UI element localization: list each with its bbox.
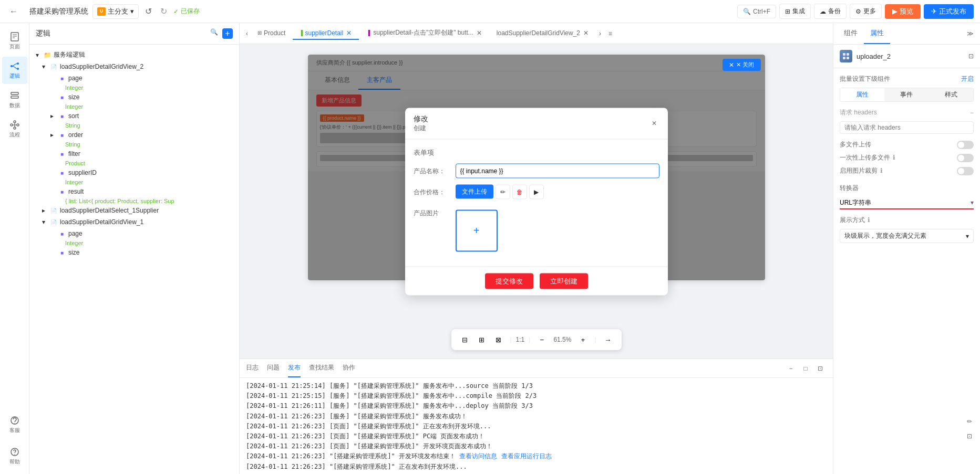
attr-tab[interactable]: 属性 [864, 23, 890, 44]
tab-next-button[interactable]: › [597, 28, 603, 39]
right-edit-button[interactable]: ✏ [963, 415, 976, 428]
tree-item-sort[interactable]: ▸ ■ sort [29, 110, 239, 122]
backup-button[interactable]: ☁ 备份 [814, 4, 847, 19]
tab-close-button[interactable]: ✕ [345, 29, 353, 37]
expand-icon[interactable]: ▸ [48, 112, 56, 120]
publish-button[interactable]: ✈ 正式发布 [924, 4, 974, 19]
tab-product[interactable]: ⊞ Product [251, 27, 292, 40]
sidebar-item-flow[interactable]: 流程 [2, 115, 27, 143]
copy-button[interactable]: ⊟ [457, 332, 472, 347]
branch-name: 主分支 [108, 7, 128, 16]
bottom-panel: 日志 问题 发布 查找结果 协作 − □ ⊡ [2024-01-11 21:25… [240, 359, 833, 474]
modal-body: 表单项 产品名称： 合作价格： [405, 139, 668, 266]
tree-item-page2[interactable]: ■ page [29, 228, 239, 239]
tree-item-size[interactable]: ■ size [29, 91, 239, 103]
tree-item-select1[interactable]: ▸ 📄 loadSupplierDetailSelect_1Supplier [29, 205, 239, 216]
modal-close-button[interactable]: ✕ [649, 118, 659, 129]
request-headers-input[interactable] [840, 121, 974, 134]
expand-collapse-button[interactable]: ⊡ [968, 52, 974, 60]
delete-icon-button[interactable]: 🗑 [512, 184, 527, 199]
bottom-tab-find[interactable]: 查找结果 [309, 359, 334, 377]
edit-icon-button[interactable]: ✏ [496, 184, 510, 199]
tab-more-button[interactable]: ≡ [604, 28, 616, 39]
tree-item-server-logic[interactable]: ▾ 📁 服务端逻辑 [29, 49, 239, 61]
maximize-button[interactable]: ⊡ [814, 362, 827, 375]
logic-panel-header: 逻辑 🔍 + [29, 23, 239, 45]
submit-button[interactable]: 提交修改 [485, 273, 533, 289]
tree-item-order[interactable]: ▸ ■ order [29, 129, 239, 141]
tree-item-filter[interactable]: ■ filter [29, 148, 239, 160]
back-button[interactable]: ← [6, 4, 21, 19]
close-popup-button[interactable]: ✕ ✕ 关闭 [723, 59, 760, 71]
create-button[interactable]: 立即创建 [540, 273, 588, 289]
sidebar-item-help[interactable]: 帮助 [2, 443, 27, 470]
sidebar-item-page[interactable]: 页面 [2, 27, 27, 55]
bottom-tab-collab[interactable]: 协作 [343, 359, 355, 377]
branch-chevron-icon: ▾ [130, 7, 134, 15]
converter-input[interactable] [840, 197, 974, 209]
converter-dropdown-icon[interactable]: ▾ [971, 199, 974, 206]
tab-prev-button[interactable]: ‹ [244, 28, 250, 39]
expand-icon[interactable]: ▸ [40, 207, 47, 214]
tree-item-result[interactable]: ■ result [29, 186, 239, 197]
tree-item-grid1[interactable]: ▾ 📄 loadSupplierDetailGridView_1 [29, 216, 239, 228]
redo-button[interactable]: ↻ [158, 4, 169, 18]
search-button[interactable]: 🔍 Ctrl+F [737, 5, 776, 18]
display-mode-select[interactable]: 块级展示，宽度会充满父元素 ▾ [840, 229, 974, 243]
panel-collapse-button[interactable]: ≫ [965, 28, 976, 39]
more-icon-button[interactable]: ▶ [529, 184, 544, 199]
sidebar-item-data[interactable]: 数据 [2, 86, 27, 113]
crop-toggle[interactable] [957, 167, 974, 175]
tab-load-supplier[interactable]: loadSupplierDetailGridView_2 ✕ [490, 27, 596, 40]
zoom-out-button[interactable]: − [534, 332, 549, 347]
sidebar-item-logic[interactable]: 逻辑 [2, 57, 27, 84]
section-collapse-icon[interactable]: − [970, 109, 974, 117]
tab-close-button3[interactable]: ✕ [582, 29, 590, 37]
event-sub-tab[interactable]: 事件 [884, 88, 929, 101]
branch-selector[interactable]: 主分支 ▾ [92, 4, 139, 19]
search-icon[interactable]: 🔍 [210, 28, 218, 39]
component-tab[interactable]: 组件 [838, 23, 864, 44]
expand-icon[interactable]: ▾ [40, 218, 47, 226]
app-log-link[interactable]: 查看应用运行日志 [501, 452, 552, 460]
multi-upload-toggle[interactable] [957, 141, 974, 149]
align-button[interactable]: ⊠ [491, 332, 506, 347]
bottom-tab-publish[interactable]: 发布 [288, 359, 301, 377]
undo-button[interactable]: ↺ [143, 4, 154, 18]
more-button[interactable]: ⚙ 更多 [850, 4, 882, 19]
var-icon: ■ [58, 229, 66, 238]
single-multi-toggle[interactable] [957, 154, 974, 162]
preview-button[interactable]: ▶ 预览 [885, 4, 921, 19]
bottom-tab-log[interactable]: 日志 [246, 359, 259, 377]
fit-button[interactable]: ⊞ [474, 332, 489, 347]
add-logic-button[interactable]: + [222, 28, 233, 39]
expand-icon[interactable]: ▾ [34, 51, 41, 59]
file-upload-button[interactable]: 文件上传 [456, 185, 493, 199]
tab-supplier-click[interactable]: ▐ supplierDetail-点击"立即创建" butt... ✕ [360, 26, 489, 40]
svg-point-5 [17, 62, 19, 65]
tab-supplier-detail[interactable]: ▐ supplierDetail ✕ [293, 27, 359, 40]
attr-sub-tab[interactable]: 属性 [840, 88, 884, 101]
restore-button[interactable]: □ [799, 362, 812, 375]
bottom-tab-issue[interactable]: 问题 [267, 359, 280, 377]
zoom-in-button[interactable]: + [575, 332, 590, 347]
tree-item-grid2[interactable]: ▾ 📄 loadSupplierDetailGridView_2 [29, 61, 239, 72]
sidebar-item-service[interactable]: 客服 [2, 411, 27, 438]
expand-icon[interactable]: ▸ [48, 131, 56, 139]
image-upload-area[interactable]: + [456, 209, 498, 251]
product-name-input[interactable] [456, 163, 659, 178]
integrate-button[interactable]: ⊞ 集成 [779, 4, 811, 19]
access-info-link[interactable]: 查看访问信息 [459, 452, 497, 460]
tree-item-page[interactable]: ■ page [29, 72, 239, 84]
minimize-button[interactable]: − [785, 362, 797, 375]
style-sub-tab[interactable]: 样式 [929, 88, 973, 101]
plus-icon: + [473, 225, 480, 237]
tree-item-size2[interactable]: ■ size [29, 247, 239, 258]
tab-close-button2[interactable]: ✕ [476, 29, 483, 37]
fullscreen-button[interactable]: → [601, 332, 615, 347]
canvas-scroll[interactable]: ✕ ✕ 关闭 供应商简介 {{ supplier.introduce }} 基本… [240, 44, 833, 359]
tree-item-supplierID[interactable]: ■ supplierID [29, 167, 239, 178]
right-expand-button[interactable]: ⊡ [963, 430, 976, 443]
expand-icon[interactable]: ▾ [40, 63, 47, 70]
var-icon: ■ [58, 248, 66, 257]
